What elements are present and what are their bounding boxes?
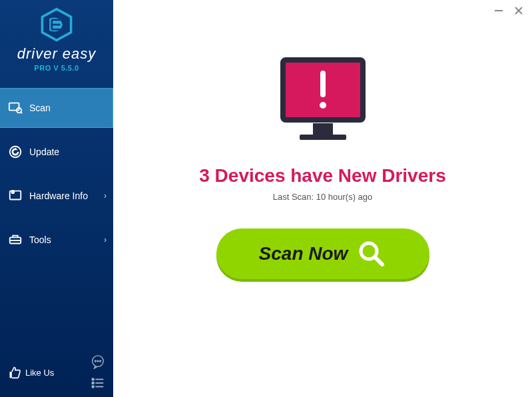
like-us-button[interactable]: Like Us bbox=[8, 366, 54, 379]
alert-monitor-icon bbox=[273, 53, 373, 153]
chevron-right-icon: › bbox=[104, 191, 107, 200]
hardware-info-icon: i bbox=[8, 189, 23, 203]
scan-now-button[interactable]: Scan Now bbox=[216, 228, 429, 279]
svg-marker-8 bbox=[15, 148, 18, 151]
headline: 3 Devices have New Drivers bbox=[113, 165, 532, 187]
svg-rect-29 bbox=[313, 123, 333, 135]
svg-point-15 bbox=[95, 360, 96, 362]
logo-block: driver easy PRO V 5.5.0 bbox=[0, 0, 113, 75]
feedback-icon[interactable] bbox=[91, 354, 105, 369]
update-icon bbox=[8, 145, 23, 159]
nav-update[interactable]: Update bbox=[0, 132, 113, 172]
scan-now-label: Scan Now bbox=[259, 243, 348, 264]
svg-point-32 bbox=[320, 102, 326, 109]
brand-name: driver easy bbox=[0, 45, 113, 63]
app-logo-icon bbox=[39, 7, 75, 43]
svg-rect-30 bbox=[300, 135, 346, 140]
svg-line-7 bbox=[21, 112, 22, 113]
nav-tools-label: Tools bbox=[29, 234, 51, 245]
close-button[interactable] bbox=[513, 5, 524, 16]
svg-point-22 bbox=[92, 386, 94, 388]
magnifier-icon bbox=[357, 239, 386, 268]
nav-hardware-label: Hardware Info bbox=[29, 191, 88, 201]
nav: Scan Update i Hardware Info › bbox=[0, 88, 113, 264]
menu-list-icon[interactable] bbox=[91, 376, 105, 390]
nav-hardware[interactable]: i Hardware Info › bbox=[0, 176, 113, 216]
thumbs-up-icon bbox=[8, 366, 21, 379]
last-scan-text: Last Scan: 10 hour(s) ago bbox=[113, 192, 532, 202]
nav-scan-label: Scan bbox=[29, 103, 51, 113]
svg-point-18 bbox=[92, 378, 94, 380]
main-content: 3 Devices have New Drivers Last Scan: 10… bbox=[113, 0, 532, 279]
sidebar-footer: Like Us bbox=[0, 354, 113, 390]
nav-scan[interactable]: Scan bbox=[0, 88, 113, 128]
minimize-button[interactable] bbox=[493, 5, 504, 16]
scan-icon bbox=[8, 101, 23, 115]
window-controls bbox=[493, 5, 524, 16]
svg-rect-5 bbox=[9, 103, 19, 111]
like-us-label: Like Us bbox=[25, 368, 54, 378]
svg-point-17 bbox=[100, 360, 101, 362]
svg-line-34 bbox=[375, 257, 382, 264]
main-panel: 3 Devices have New Drivers Last Scan: 10… bbox=[113, 0, 532, 397]
chevron-right-icon: › bbox=[104, 235, 107, 244]
brand-version: PRO V 5.5.0 bbox=[0, 64, 113, 72]
tools-icon bbox=[8, 232, 23, 247]
svg-point-20 bbox=[92, 382, 94, 384]
nav-tools[interactable]: Tools › bbox=[0, 220, 113, 260]
nav-update-label: Update bbox=[29, 147, 59, 157]
sidebar: driver easy PRO V 5.5.0 Scan Up bbox=[0, 0, 113, 397]
svg-text:i: i bbox=[13, 191, 13, 194]
svg-point-16 bbox=[97, 360, 99, 362]
footer-right bbox=[91, 354, 105, 390]
